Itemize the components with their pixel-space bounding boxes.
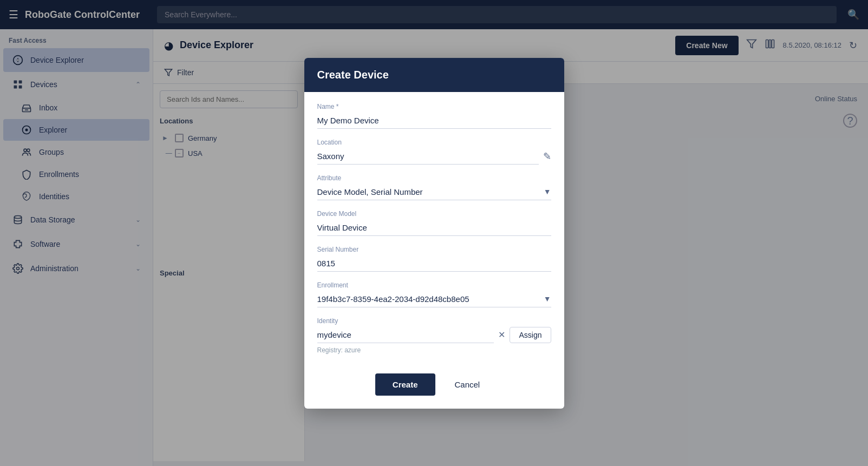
location-label: Location [317, 139, 551, 146]
modal-footer: Create Cancel [304, 365, 564, 409]
enrollment-select[interactable]: 19f4b3c7-8359-4ea2-2034-d92d48cb8e05 [317, 291, 544, 307]
clear-identity-icon[interactable]: ✕ [498, 330, 505, 340]
attribute-field-group: Attribute Device Model, Serial Number ▼ [317, 174, 551, 200]
modal-header: Create Device [304, 58, 564, 92]
location-field-group: Location ✎ [317, 139, 551, 165]
modal-overlay[interactable]: Create Device Name * Location ✎ Attribut… [0, 0, 868, 466]
name-label: Name * [317, 103, 551, 110]
serial-number-label: Serial Number [317, 246, 551, 253]
modal-title: Create Device [317, 69, 389, 81]
attribute-select-row: Device Model, Serial Number ▼ [317, 184, 551, 200]
modal-body: Name * Location ✎ Attribute Device Model… [304, 92, 564, 365]
device-model-label: Device Model [317, 210, 551, 218]
serial-number-field-group: Serial Number [317, 246, 551, 272]
identity-input[interactable] [317, 327, 494, 343]
attribute-label: Attribute [317, 174, 551, 182]
name-input[interactable] [317, 113, 551, 129]
enrollment-label: Enrollment [317, 281, 551, 289]
identity-row: ✕ Assign [317, 327, 551, 343]
identity-field-group: Identity ✕ Assign Registry: azure [317, 317, 551, 354]
create-button[interactable]: Create [375, 373, 435, 396]
device-model-input[interactable] [317, 220, 551, 236]
attribute-select[interactable]: Device Model, Serial Number [317, 184, 544, 200]
identity-label: Identity [317, 317, 551, 325]
name-field-group: Name * [317, 103, 551, 129]
create-device-modal: Create Device Name * Location ✎ Attribut… [304, 58, 564, 409]
cancel-button[interactable]: Cancel [442, 373, 493, 396]
registry-hint: Registry: azure [317, 346, 551, 354]
assign-button[interactable]: Assign [510, 327, 551, 343]
attribute-dropdown-icon: ▼ [544, 187, 551, 196]
device-model-field-group: Device Model [317, 210, 551, 236]
edit-location-icon[interactable]: ✎ [543, 150, 551, 162]
location-input[interactable] [317, 148, 539, 165]
enrollment-select-row: 19f4b3c7-8359-4ea2-2034-d92d48cb8e05 ▼ [317, 291, 551, 307]
serial-number-input[interactable] [317, 255, 551, 272]
enrollment-dropdown-icon: ▼ [544, 294, 551, 303]
location-row: ✎ [317, 148, 551, 165]
enrollment-field-group: Enrollment 19f4b3c7-8359-4ea2-2034-d92d4… [317, 281, 551, 307]
